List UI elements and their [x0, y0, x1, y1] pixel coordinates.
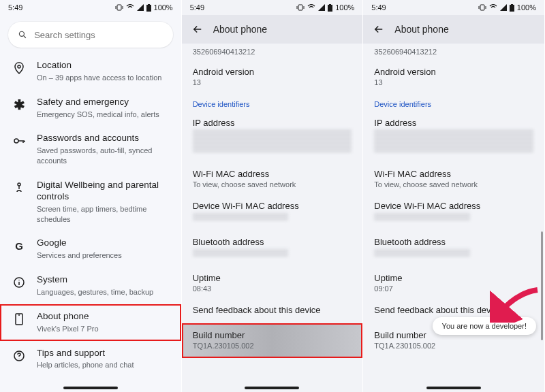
android-version-row[interactable]: Android version 13: [193, 61, 352, 93]
uptime-row[interactable]: Uptime 09:07: [374, 267, 533, 299]
svg-rect-14: [510, 5, 514, 12]
back-icon[interactable]: [373, 23, 385, 35]
row-sub: On – 39 apps have access to location: [37, 73, 169, 83]
entry-title: Wi-Fi MAC address: [374, 169, 533, 179]
entry-title: Build number: [193, 330, 352, 340]
settings-item-wellbeing[interactable]: Digital Wellbeing and parental controlsS…: [0, 173, 181, 231]
ip-address-row[interactable]: IP address: [193, 112, 352, 163]
page-title: About phone: [213, 24, 267, 35]
search-input[interactable]: [34, 30, 163, 40]
battery-percent: 100%: [335, 3, 354, 12]
row-sub: Help articles, phone and chat: [37, 360, 169, 370]
about-content[interactable]: 352606940413212 Android version 13 Devic…: [363, 44, 544, 358]
entry-value: TQ1A.230105.002: [193, 342, 352, 350]
wifi-mac-row[interactable]: Wi-Fi MAC address To view, choose saved …: [193, 163, 352, 195]
settings-item-about-phone[interactable]: About phoneVivek's Pixel 7 Pro: [0, 304, 181, 341]
settings-item-passwords[interactable]: Passwords and accountsSaved passwords, a…: [0, 126, 181, 173]
row-sub: Services and preferences: [37, 250, 169, 261]
back-icon[interactable]: [191, 23, 204, 35]
entry-title: Device Wi-Fi MAC address: [374, 201, 533, 211]
row-title: System: [37, 274, 169, 286]
entry-title: Uptime: [193, 273, 352, 283]
gesture-nav-bar[interactable]: [63, 387, 118, 389]
row-title: Location: [37, 60, 169, 71]
settings-item-location[interactable]: LocationOn – 39 apps have access to loca…: [0, 53, 181, 90]
row-sub: Saved passwords, auto-fill, synced accou…: [37, 146, 169, 166]
svg-point-4: [18, 65, 20, 68]
settings-item-safety[interactable]: ✱ Safety and emergencyEmergency SOS, med…: [0, 90, 181, 127]
redacted-value: [193, 248, 288, 257]
status-bar: 5:49 100%: [182, 0, 363, 15]
scroll-residue: 352606940413212: [193, 46, 352, 61]
status-icons: 100%: [296, 3, 354, 12]
section-device-identifiers: Device identifiers: [193, 93, 352, 112]
status-bar: 5:49 100%: [363, 0, 544, 15]
status-icons: 100%: [478, 3, 536, 12]
page-title: About phone: [394, 24, 448, 35]
android-version-row[interactable]: Android version 13: [374, 61, 533, 93]
section-device-identifiers: Device identifiers: [374, 93, 533, 112]
wifi-icon: [489, 4, 497, 11]
gesture-nav-bar[interactable]: [245, 387, 299, 389]
row-title: Passwords and accounts: [37, 133, 169, 144]
row-sub: Screen time, app timers, bedtime schedul…: [37, 204, 169, 225]
svg-rect-0: [117, 5, 121, 10]
settings-item-tips[interactable]: Tips and supportHelp articles, phone and…: [0, 341, 181, 378]
entry-title: Device Wi-Fi MAC address: [193, 201, 352, 211]
status-bar: 5:49 100%: [0, 0, 181, 15]
uptime-row[interactable]: Uptime 08:43: [193, 267, 352, 299]
row-sub: Emergency SOS, medical info, alerts: [37, 110, 169, 120]
google-icon: G: [12, 239, 26, 252]
send-feedback-row[interactable]: Send feedback about this device: [193, 299, 352, 322]
svg-rect-10: [298, 5, 302, 10]
cell-signal-icon: [137, 4, 144, 11]
redacted-value: [193, 129, 352, 152]
entry-value: To view, choose saved network: [193, 180, 352, 189]
bluetooth-address-row[interactable]: Bluetooth address: [374, 231, 533, 267]
svg-point-6: [18, 183, 20, 186]
search-icon: [18, 29, 27, 40]
svg-rect-12: [329, 4, 331, 5]
entry-title: Android version: [374, 67, 533, 77]
svg-rect-13: [480, 5, 484, 10]
wellbeing-icon: [12, 181, 26, 195]
cell-signal-icon: [318, 4, 325, 11]
ip-address-row[interactable]: IP address: [374, 112, 533, 163]
bluetooth-address-row[interactable]: Bluetooth address: [193, 231, 352, 267]
about-content[interactable]: 352606940413212 Android version 13 Devic…: [182, 44, 363, 358]
svg-point-3: [19, 31, 24, 36]
build-number-row[interactable]: Build number TQ1A.230105.002: [182, 323, 363, 358]
settings-item-google[interactable]: G GoogleServices and preferences: [0, 231, 181, 267]
cell-signal-icon: [500, 4, 507, 11]
settings-list: LocationOn – 39 apps have access to loca…: [0, 50, 181, 377]
row-title: Tips and support: [37, 348, 169, 359]
settings-item-system[interactable]: SystemLanguages, gestures, time, backup: [0, 267, 181, 304]
vibrate-icon: [296, 4, 305, 11]
scrollbar[interactable]: [541, 231, 543, 340]
entry-value: 08:43: [193, 284, 352, 293]
entry-title: Send feedback about this device: [374, 305, 533, 315]
entry-title: Bluetooth address: [193, 237, 352, 247]
battery-icon: [510, 4, 514, 12]
gesture-nav-bar[interactable]: [426, 387, 481, 389]
about-phone-panel-build-highlight: 5:49 100% About phone 352606940413212 An…: [182, 0, 364, 392]
redacted-value: [374, 248, 469, 257]
entry-value: 13: [193, 78, 352, 86]
row-sub: Vivek's Pixel 7 Pro: [37, 324, 169, 334]
wifi-mac-row[interactable]: Wi-Fi MAC address To view, choose saved …: [374, 163, 533, 195]
page-header: About phone: [363, 15, 544, 44]
svg-rect-2: [148, 4, 150, 5]
entry-value: 13: [374, 78, 533, 86]
battery-percent: 100%: [154, 3, 173, 12]
settings-root-panel: 5:49 100% LocationOn – 39 apps have acce…: [0, 0, 182, 392]
developer-toast: You are now a developer!: [433, 317, 536, 335]
entry-title: IP address: [374, 118, 533, 128]
battery-icon: [146, 4, 151, 12]
vibrate-icon: [478, 4, 486, 11]
device-wifi-mac-row[interactable]: Device Wi-Fi MAC address: [374, 195, 533, 231]
device-wifi-mac-row[interactable]: Device Wi-Fi MAC address: [193, 195, 352, 231]
search-settings[interactable]: [8, 22, 173, 48]
svg-point-5: [14, 139, 18, 143]
entry-title: Android version: [193, 67, 352, 77]
redacted-value: [374, 212, 469, 220]
